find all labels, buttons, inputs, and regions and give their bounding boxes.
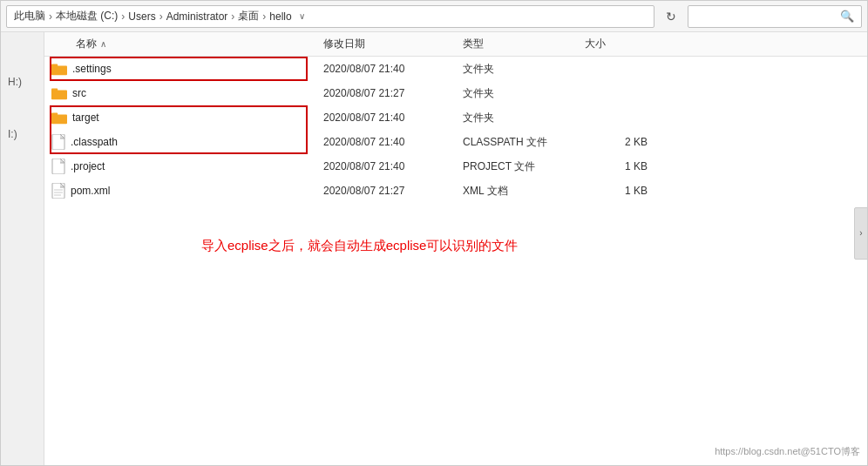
file-name-settings: .settings (44, 62, 323, 76)
breadcrumb-item-4: 桌面 (238, 9, 259, 24)
file-row-settings[interactable]: .settings 2020/08/07 21:40 文件夹 (44, 57, 867, 81)
breadcrumb-item-1: 本地磁盘 (C:) (56, 9, 118, 24)
column-headers: 名称 ∧ 修改日期 类型 大小 (44, 32, 867, 57)
annotation-text: 导入ecplise之后，就会自动生成ecplise可以识别的文件 (201, 238, 518, 254)
breadcrumb-path[interactable]: 此电脑 › 本地磁盘 (C:) › Users › Administrator … (6, 5, 654, 28)
breadcrumb-item-2: Users (128, 10, 155, 23)
file-name-pomxml: pom.xml (44, 183, 323, 199)
refresh-button[interactable]: ↻ (660, 5, 682, 28)
right-scroll-arrow[interactable]: › (854, 207, 867, 260)
file-icon (51, 159, 65, 174)
file-row-pomxml[interactable]: pom.xml 2020/08/07 21:27 XML 文档 1 KB (44, 179, 867, 203)
col-header-name[interactable]: 名称 ∧ (44, 37, 323, 51)
files-container: .settings 2020/08/07 21:40 文件夹 (44, 57, 867, 203)
dropdown-icon: ∨ (299, 11, 305, 21)
left-panel: H:) I:) (1, 32, 44, 465)
breadcrumb-item-3: Administrator (166, 10, 228, 23)
search-icon[interactable]: 🔍 (840, 10, 854, 23)
svg-rect-1 (51, 64, 58, 68)
col-header-type[interactable]: 类型 (463, 37, 585, 51)
watermark: https://blog.csdn.net@51CTO博客 (715, 445, 860, 458)
sort-arrow: ∧ (100, 39, 106, 49)
breadcrumb-current: hello (269, 10, 291, 23)
file-row-classpath[interactable]: .classpath 2020/08/07 21:40 CLASSPATH 文件… (44, 130, 867, 154)
folder-icon (51, 62, 67, 76)
svg-rect-3 (51, 89, 58, 92)
file-row-target[interactable]: target 2020/08/07 21:40 文件夹 (44, 105, 867, 130)
search-input[interactable] (695, 10, 837, 23)
file-name-src: src (44, 86, 323, 100)
file-name-target: target (44, 111, 323, 125)
left-label-h: H:) (8, 76, 22, 88)
file-row-project[interactable]: .project 2020/08/07 21:40 PROJECT 文件 1 K… (44, 154, 867, 179)
folder-icon (51, 111, 67, 125)
search-box[interactable]: 🔍 (688, 5, 862, 28)
folder-icon (51, 86, 67, 100)
file-name-project: .project (44, 159, 323, 174)
breadcrumb-item-0: 此电脑 (14, 9, 45, 24)
svg-rect-5 (51, 113, 58, 117)
main-content: H:) I:) 名称 ∧ 修改日期 类型 大小 (1, 32, 867, 465)
explorer-window: 此电脑 › 本地磁盘 (C:) › Users › Administrator … (0, 0, 868, 466)
file-row-src[interactable]: src 2020/08/07 21:27 文件夹 (44, 81, 867, 105)
file-icon (51, 183, 65, 199)
address-bar: 此电脑 › 本地磁盘 (C:) › Users › Administrator … (1, 1, 867, 32)
col-header-size[interactable]: 大小 (585, 37, 654, 51)
file-list-area: 名称 ∧ 修改日期 类型 大小 (44, 32, 867, 465)
left-label-l: I:) (8, 128, 17, 140)
col-header-date[interactable]: 修改日期 (323, 37, 463, 51)
file-icon (51, 134, 65, 150)
file-name-classpath: .classpath (44, 134, 323, 150)
bottom-section: 导入ecplise之后，就会自动生成ecplise可以识别的文件 https:/… (44, 203, 867, 465)
